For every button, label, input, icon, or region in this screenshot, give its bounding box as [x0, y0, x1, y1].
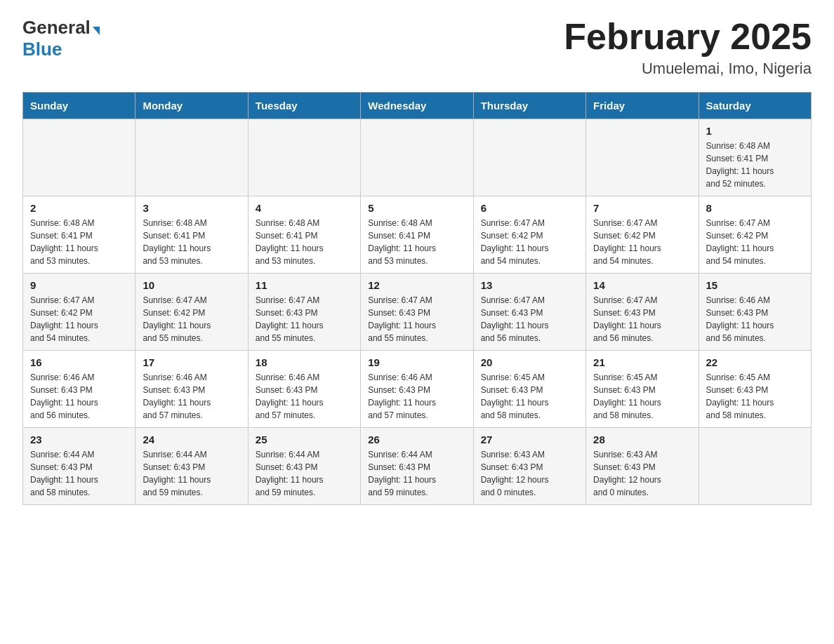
day-number: 16 — [30, 356, 128, 368]
day-number: 25 — [256, 434, 353, 445]
calendar-day-cell: 22Sunrise: 6:45 AMSunset: 6:43 PMDayligh… — [699, 351, 811, 428]
day-number: 20 — [481, 356, 578, 368]
day-number: 19 — [368, 356, 465, 368]
calendar-week-row: 16Sunrise: 6:46 AMSunset: 6:43 PMDayligh… — [23, 351, 812, 428]
calendar-day-cell — [699, 428, 811, 505]
day-info: Sunrise: 6:47 AMSunset: 6:43 PMDaylight:… — [368, 294, 465, 344]
calendar-day-cell: 2Sunrise: 6:48 AMSunset: 6:41 PMDaylight… — [23, 196, 135, 274]
day-info: Sunrise: 6:44 AMSunset: 6:43 PMDaylight:… — [256, 448, 353, 499]
weekday-header-thursday: Thursday — [473, 93, 585, 119]
day-number: 26 — [368, 434, 465, 445]
calendar-day-cell: 16Sunrise: 6:46 AMSunset: 6:43 PMDayligh… — [23, 351, 135, 428]
day-info: Sunrise: 6:47 AMSunset: 6:43 PMDaylight:… — [481, 294, 578, 344]
day-info: Sunrise: 6:44 AMSunset: 6:43 PMDaylight:… — [143, 448, 240, 499]
weekday-header-monday: Monday — [135, 93, 248, 119]
calendar-day-cell: 23Sunrise: 6:44 AMSunset: 6:43 PMDayligh… — [23, 428, 135, 505]
day-number: 22 — [706, 356, 804, 368]
logo-top: General — [22, 17, 100, 39]
calendar-day-cell — [473, 119, 585, 196]
logo-blue-text: Blue — [22, 39, 62, 60]
day-info: Sunrise: 6:46 AMSunset: 6:43 PMDaylight:… — [256, 371, 353, 422]
day-info: Sunrise: 6:44 AMSunset: 6:43 PMDaylight:… — [30, 448, 128, 499]
day-number: 14 — [593, 279, 691, 291]
calendar-day-cell: 14Sunrise: 6:47 AMSunset: 6:43 PMDayligh… — [586, 274, 699, 351]
day-info: Sunrise: 6:43 AMSunset: 6:43 PMDaylight:… — [481, 448, 578, 499]
calendar-body: 1Sunrise: 6:48 AMSunset: 6:41 PMDaylight… — [23, 119, 812, 505]
calendar-day-cell: 15Sunrise: 6:46 AMSunset: 6:43 PMDayligh… — [699, 274, 811, 351]
day-number: 13 — [481, 279, 578, 291]
day-info: Sunrise: 6:48 AMSunset: 6:41 PMDaylight:… — [706, 140, 804, 190]
day-number: 9 — [30, 279, 128, 291]
calendar-day-cell: 26Sunrise: 6:44 AMSunset: 6:43 PMDayligh… — [361, 428, 473, 505]
calendar-day-cell: 11Sunrise: 6:47 AMSunset: 6:43 PMDayligh… — [248, 274, 360, 351]
calendar-day-cell: 13Sunrise: 6:47 AMSunset: 6:43 PMDayligh… — [473, 274, 585, 351]
day-info: Sunrise: 6:46 AMSunset: 6:43 PMDaylight:… — [30, 371, 128, 422]
day-info: Sunrise: 6:48 AMSunset: 6:41 PMDaylight:… — [256, 217, 353, 267]
calendar-day-cell: 10Sunrise: 6:47 AMSunset: 6:42 PMDayligh… — [135, 274, 248, 351]
calendar-day-cell: 7Sunrise: 6:47 AMSunset: 6:42 PMDaylight… — [586, 196, 699, 274]
page-title: February 2025 — [564, 17, 812, 57]
day-number: 21 — [593, 356, 691, 368]
day-number: 24 — [143, 434, 240, 445]
weekday-header-tuesday: Tuesday — [248, 93, 360, 119]
calendar-table: SundayMondayTuesdayWednesdayThursdayFrid… — [22, 92, 812, 505]
page-header: General Blue February 2025 Umuelemai, Im… — [22, 17, 812, 78]
weekday-header-sunday: Sunday — [23, 93, 135, 119]
day-number: 4 — [256, 202, 353, 214]
day-number: 18 — [256, 356, 353, 368]
day-info: Sunrise: 6:48 AMSunset: 6:41 PMDaylight:… — [368, 217, 465, 267]
calendar-day-cell: 1Sunrise: 6:48 AMSunset: 6:41 PMDaylight… — [699, 119, 811, 196]
day-number: 12 — [368, 279, 465, 291]
day-info: Sunrise: 6:46 AMSunset: 6:43 PMDaylight:… — [143, 371, 240, 422]
day-info: Sunrise: 6:48 AMSunset: 6:41 PMDaylight:… — [30, 217, 128, 267]
calendar-day-cell: 21Sunrise: 6:45 AMSunset: 6:43 PMDayligh… — [586, 351, 699, 428]
day-info: Sunrise: 6:45 AMSunset: 6:43 PMDaylight:… — [706, 371, 804, 422]
title-block: February 2025 Umuelemai, Imo, Nigeria — [564, 17, 812, 78]
calendar-week-row: 2Sunrise: 6:48 AMSunset: 6:41 PMDaylight… — [23, 196, 812, 274]
logo-bottom: Blue — [22, 39, 62, 60]
calendar-day-cell — [23, 119, 135, 196]
calendar-week-row: 23Sunrise: 6:44 AMSunset: 6:43 PMDayligh… — [23, 428, 812, 505]
day-info: Sunrise: 6:46 AMSunset: 6:43 PMDaylight:… — [368, 371, 465, 422]
day-number: 6 — [481, 202, 578, 214]
day-number: 7 — [593, 202, 691, 214]
day-info: Sunrise: 6:43 AMSunset: 6:43 PMDaylight:… — [593, 448, 691, 499]
day-info: Sunrise: 6:47 AMSunset: 6:42 PMDaylight:… — [593, 217, 691, 267]
calendar-week-row: 1Sunrise: 6:48 AMSunset: 6:41 PMDaylight… — [23, 119, 812, 196]
calendar-day-cell: 27Sunrise: 6:43 AMSunset: 6:43 PMDayligh… — [473, 428, 585, 505]
day-info: Sunrise: 6:44 AMSunset: 6:43 PMDaylight:… — [368, 448, 465, 499]
calendar-day-cell: 3Sunrise: 6:48 AMSunset: 6:41 PMDaylight… — [135, 196, 248, 274]
calendar-day-cell: 12Sunrise: 6:47 AMSunset: 6:43 PMDayligh… — [361, 274, 473, 351]
calendar-day-cell — [135, 119, 248, 196]
calendar-day-cell: 25Sunrise: 6:44 AMSunset: 6:43 PMDayligh… — [248, 428, 360, 505]
weekday-header-saturday: Saturday — [699, 93, 811, 119]
day-number: 8 — [706, 202, 804, 214]
day-number: 3 — [143, 202, 240, 214]
page-subtitle: Umuelemai, Imo, Nigeria — [564, 60, 812, 78]
day-info: Sunrise: 6:46 AMSunset: 6:43 PMDaylight:… — [706, 294, 804, 344]
day-number: 10 — [143, 279, 240, 291]
calendar-week-row: 9Sunrise: 6:47 AMSunset: 6:42 PMDaylight… — [23, 274, 812, 351]
calendar-day-cell: 28Sunrise: 6:43 AMSunset: 6:43 PMDayligh… — [586, 428, 699, 505]
day-number: 2 — [30, 202, 128, 214]
day-info: Sunrise: 6:47 AMSunset: 6:42 PMDaylight:… — [481, 217, 578, 267]
calendar-day-cell — [586, 119, 699, 196]
day-number: 15 — [706, 279, 804, 291]
weekday-header-wednesday: Wednesday — [361, 93, 473, 119]
day-number: 5 — [368, 202, 465, 214]
calendar-day-cell: 18Sunrise: 6:46 AMSunset: 6:43 PMDayligh… — [248, 351, 360, 428]
calendar-day-cell: 9Sunrise: 6:47 AMSunset: 6:42 PMDaylight… — [23, 274, 135, 351]
day-info: Sunrise: 6:47 AMSunset: 6:42 PMDaylight:… — [30, 294, 128, 344]
day-number: 27 — [481, 434, 578, 445]
day-info: Sunrise: 6:47 AMSunset: 6:42 PMDaylight:… — [706, 217, 804, 267]
day-number: 28 — [593, 434, 691, 445]
day-number: 1 — [706, 125, 804, 137]
weekday-header-row: SundayMondayTuesdayWednesdayThursdayFrid… — [23, 93, 812, 119]
calendar-day-cell: 6Sunrise: 6:47 AMSunset: 6:42 PMDaylight… — [473, 196, 585, 274]
day-info: Sunrise: 6:45 AMSunset: 6:43 PMDaylight:… — [593, 371, 691, 422]
calendar-day-cell: 20Sunrise: 6:45 AMSunset: 6:43 PMDayligh… — [473, 351, 585, 428]
day-info: Sunrise: 6:45 AMSunset: 6:43 PMDaylight:… — [481, 371, 578, 422]
weekday-header-friday: Friday — [586, 93, 699, 119]
calendar-header: SundayMondayTuesdayWednesdayThursdayFrid… — [23, 93, 812, 119]
calendar-day-cell: 4Sunrise: 6:48 AMSunset: 6:41 PMDaylight… — [248, 196, 360, 274]
